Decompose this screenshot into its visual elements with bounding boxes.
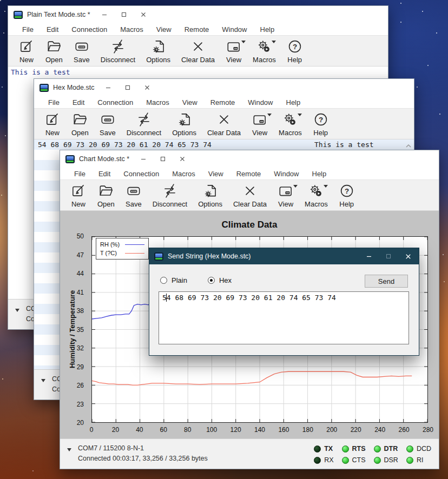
- minimize-button[interactable]: [359, 250, 379, 263]
- toolbar-label: Save: [126, 200, 142, 208]
- y-tick-label: 23: [77, 401, 84, 408]
- view-button[interactable]: View: [222, 37, 246, 65]
- dialog-titlebar[interactable]: Send String (Hex Mode.stc): [149, 248, 419, 264]
- menu-connection[interactable]: Connection: [117, 170, 166, 178]
- macros-button[interactable]: Macros: [275, 110, 306, 138]
- menu-connection[interactable]: Connection: [91, 98, 140, 107]
- menu-edit[interactable]: Edit: [40, 25, 65, 34]
- menu-view[interactable]: View: [150, 25, 178, 34]
- new-button[interactable]: New: [41, 110, 64, 138]
- save-button[interactable]: Save: [96, 110, 120, 138]
- disconnect-button[interactable]: Disconnect: [149, 181, 191, 210]
- toolbar-label: Open: [97, 200, 115, 208]
- menu-view[interactable]: View: [176, 98, 204, 107]
- legend-label: RH (%): [100, 241, 120, 248]
- menu-macros[interactable]: Macros: [114, 25, 150, 34]
- help-button[interactable]: ? Help: [283, 37, 307, 65]
- led-indicator: [314, 457, 321, 464]
- window-controls: [359, 250, 418, 263]
- menu-file[interactable]: File: [16, 25, 40, 34]
- save-button[interactable]: Save: [70, 37, 94, 65]
- led-label: RX: [324, 456, 333, 464]
- radio-hex[interactable]: [208, 277, 215, 284]
- disconnect-button[interactable]: Disconnect: [123, 110, 165, 138]
- menu-window[interactable]: Window: [267, 170, 305, 178]
- open-button[interactable]: Open: [94, 181, 118, 210]
- close-button[interactable]: [398, 250, 418, 263]
- clear-data-button[interactable]: Clear Data: [229, 181, 271, 210]
- send-string-value: 54 68 69 73 20 69 73 20 61 20 74 65 73 7…: [162, 294, 336, 302]
- new-button[interactable]: New: [15, 37, 38, 65]
- view-button[interactable]: View: [274, 181, 298, 210]
- x-tick-label: 160: [278, 426, 289, 434]
- options-button[interactable]: Options: [168, 110, 200, 138]
- menu-remote[interactable]: Remote: [204, 98, 242, 107]
- titlebar[interactable]: Plain Text Mode.stc *: [8, 6, 388, 23]
- toolbar-label: Open: [71, 129, 89, 137]
- view-window-icon: [226, 38, 242, 55]
- x-tick-label: 220: [351, 426, 361, 434]
- close-button[interactable]: [173, 152, 192, 165]
- send-string-input[interactable]: 54 68 69 73 20 69 73 20 61 20 74 65 73 7…: [159, 291, 409, 344]
- led-label: RI: [417, 456, 424, 464]
- open-button[interactable]: Open: [42, 37, 67, 65]
- titlebar[interactable]: Chart Mode.stc *: [60, 150, 439, 168]
- macros-button[interactable]: Macros: [301, 181, 332, 210]
- menu-help[interactable]: Help: [280, 98, 307, 107]
- close-button[interactable]: [134, 8, 153, 21]
- menu-remote[interactable]: Remote: [178, 25, 216, 34]
- options-button[interactable]: Options: [194, 181, 226, 210]
- app-icon: [14, 11, 23, 19]
- view-button[interactable]: View: [248, 110, 272, 138]
- menu-file[interactable]: File: [42, 98, 66, 107]
- open-folder-icon: [46, 38, 62, 55]
- menu-view[interactable]: View: [202, 170, 230, 178]
- radio-plain[interactable]: [160, 277, 167, 284]
- toolbar-label: Open: [45, 56, 63, 64]
- led-indicator: [342, 457, 349, 464]
- open-button[interactable]: Open: [68, 110, 93, 138]
- close-button[interactable]: [137, 81, 157, 94]
- minimize-button[interactable]: [98, 81, 118, 94]
- led-cts: CTS: [342, 455, 366, 465]
- status-dropdown-icon[interactable]: [67, 448, 71, 451]
- toolbar-label: Disconnect: [101, 56, 135, 64]
- menu-macros[interactable]: Macros: [140, 98, 176, 107]
- menu-connection[interactable]: Connection: [65, 25, 114, 34]
- save-button[interactable]: Save: [122, 181, 146, 210]
- help-button[interactable]: ? Help: [309, 110, 333, 138]
- send-button[interactable]: Send: [365, 275, 408, 288]
- menu-edit[interactable]: Edit: [92, 170, 117, 178]
- menu-window[interactable]: Window: [215, 25, 253, 34]
- menu-file[interactable]: File: [68, 170, 92, 178]
- new-button[interactable]: New: [67, 181, 90, 210]
- y-tick-label: 47: [77, 251, 84, 259]
- menu-edit[interactable]: Edit: [66, 98, 91, 107]
- menu-help[interactable]: Help: [306, 170, 333, 178]
- led-dcd: DCD: [406, 444, 431, 454]
- toolbar-label: Options: [172, 129, 196, 137]
- window-title: Plain Text Mode.stc *: [27, 11, 90, 18]
- titlebar[interactable]: Hex Mode.stc: [34, 79, 414, 96]
- help-button[interactable]: ? Help: [335, 181, 359, 210]
- status-dropdown-icon[interactable]: [15, 309, 19, 312]
- clear-data-button[interactable]: Clear Data: [177, 37, 219, 65]
- minimize-button[interactable]: [95, 8, 114, 21]
- options-button[interactable]: Options: [142, 37, 174, 65]
- macros-button[interactable]: Macros: [249, 37, 280, 65]
- menu-remote[interactable]: Remote: [230, 170, 268, 178]
- hex-bytes: 54 68 69 73 20 69 73 20 61 20 74 65 73 7…: [38, 141, 212, 149]
- minimize-button[interactable]: [134, 152, 153, 165]
- menu-macros[interactable]: Macros: [166, 170, 202, 178]
- toolbar-label: Disconnect: [153, 200, 187, 208]
- clear-data-button[interactable]: Clear Data: [203, 110, 245, 138]
- menu-help[interactable]: Help: [254, 25, 281, 34]
- maximize-button[interactable]: [118, 81, 137, 94]
- menu-window[interactable]: Window: [241, 98, 279, 107]
- maximize-button[interactable]: [114, 8, 134, 21]
- status-dropdown-icon[interactable]: [41, 379, 45, 382]
- maximize-button[interactable]: [153, 152, 173, 165]
- disconnect-button[interactable]: Disconnect: [97, 37, 139, 65]
- toolbar-label: Save: [100, 129, 116, 137]
- statusbar: COM7 / 115200 8-N-1 Connected 00:03:17, …: [60, 438, 439, 469]
